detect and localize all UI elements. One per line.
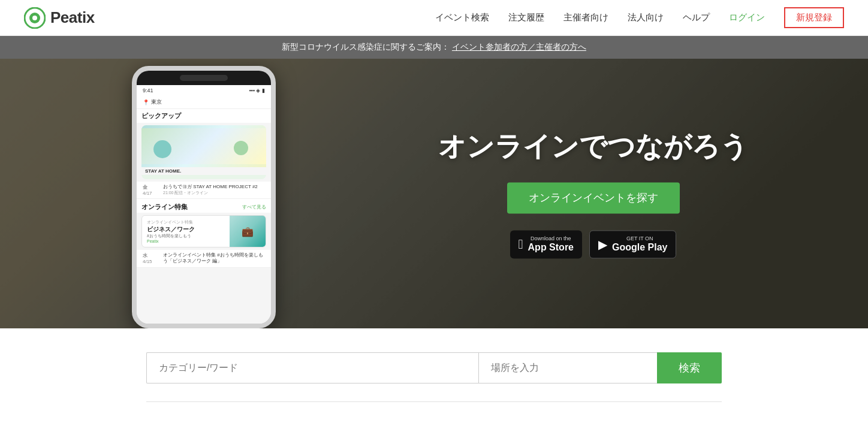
app-store-main-label: App Store bbox=[528, 241, 574, 253]
phone-online-label: オンライン特集 bbox=[141, 203, 188, 212]
search-category-input[interactable] bbox=[146, 352, 478, 383]
google-play-icon: ▶ bbox=[598, 237, 607, 252]
hero-section: 9:41 ▪▪▪ ◈ ▮ 📍 東京 ピックアップ bbox=[0, 59, 868, 328]
search-location-input[interactable] bbox=[478, 352, 657, 383]
apple-icon:  bbox=[519, 238, 523, 251]
hero-title: オンラインでつながろう bbox=[438, 128, 748, 165]
header: Peatix イベント検索 注文履歴 主催者向け 法人向け ヘルプ ログイン 新… bbox=[0, 0, 868, 36]
announcement-bar: 新型コロナウイルス感染症に関するご案内： イベント参加者の方／主催者の方へ bbox=[0, 36, 868, 59]
search-divider bbox=[146, 401, 722, 402]
app-store-button[interactable]:  Download on the App Store bbox=[510, 230, 583, 258]
hero-text-content: オンラインでつながろう オンラインイベントを探す  Download on t… bbox=[438, 128, 748, 258]
phone-online-brand: Peatix bbox=[147, 239, 225, 243]
phone-online-card-image: 💼 bbox=[230, 216, 266, 247]
phone-card-image bbox=[141, 125, 266, 167]
phone-location-text: 東京 bbox=[151, 98, 162, 106]
search-button[interactable]: 検索 bbox=[657, 352, 722, 383]
nav-event-search[interactable]: イベント検索 bbox=[435, 12, 489, 23]
search-bar: 検索 bbox=[146, 352, 722, 383]
phone-all-see: すべて見る bbox=[242, 204, 266, 210]
phone-time: 9:41 bbox=[143, 87, 153, 93]
google-play-top-label: GET IT ON bbox=[612, 235, 667, 241]
work-icon: 💼 bbox=[242, 226, 254, 237]
phone-status-bar: 9:41 ▪▪▪ ◈ ▮ bbox=[137, 85, 271, 96]
phone-event-2-title: オンラインイベント特集 #おうち時間を楽しもう「ビジネス／ワーク 編」 bbox=[163, 252, 265, 265]
phone-event-2-date: 水 4/15 bbox=[143, 252, 159, 264]
phone-online-card-title: ビジネス／ワーク bbox=[147, 225, 225, 233]
phone-event-1-time: 21:00 配信・オンライン bbox=[163, 190, 258, 195]
google-play-button[interactable]: ▶ GET IT ON Google Play bbox=[589, 230, 676, 258]
phone-online-card-content: オンラインイベント特集 ビジネス／ワーク #おうち時間を楽しもう Peatix bbox=[142, 216, 230, 247]
app-store-top-label: Download on the bbox=[528, 235, 574, 241]
peatix-logo-icon bbox=[24, 7, 46, 29]
google-play-main-label: Google Play bbox=[612, 241, 667, 253]
nav-login[interactable]: ログイン bbox=[729, 12, 765, 23]
phone-notch-camera bbox=[180, 75, 228, 81]
phone-online-card-label: オンラインイベント特集 bbox=[147, 219, 225, 225]
nav-help[interactable]: ヘルプ bbox=[683, 12, 710, 23]
phone-online-card: オンラインイベント特集 ビジネス／ワーク #おうち時間を楽しもう Peatix … bbox=[141, 215, 266, 247]
nav-register-button[interactable]: 新規登録 bbox=[784, 7, 844, 28]
svg-point-2 bbox=[32, 16, 37, 20]
announcement-text: 新型コロナウイルス感染症に関するご案内： bbox=[282, 42, 450, 52]
phone-event-1-title: おうちでヨガ STAY AT HOME PROJECT #2 21:00 配信・… bbox=[163, 184, 258, 195]
nav-for-business[interactable]: 法人向け bbox=[628, 12, 664, 23]
phone-event-1-date: 金 4/17 bbox=[143, 184, 159, 196]
main-nav: イベント検索 注文履歴 主催者向け 法人向け ヘルプ ログイン 新規登録 bbox=[435, 7, 844, 28]
nav-order-history[interactable]: 注文履歴 bbox=[508, 12, 544, 23]
phone-mockup: 9:41 ▪▪▪ ◈ ▮ 📍 東京 ピックアップ bbox=[132, 66, 276, 328]
app-store-text: Download on the App Store bbox=[528, 235, 574, 253]
phone-online-card-tag: #おうち時間を楽しもう bbox=[147, 233, 225, 239]
phone-screen: 📍 東京 ピックアップ STAY AT HOME. bbox=[137, 96, 271, 324]
phone-card-stay: STAY AT HOME. bbox=[141, 125, 266, 179]
hero-cta-button[interactable]: オンラインイベントを探す bbox=[507, 182, 680, 213]
phone-event-row-2: 水 4/15 オンラインイベント特集 #おうち時間を楽しもう「ビジネス／ワーク … bbox=[137, 250, 271, 268]
phone-location: 📍 東京 bbox=[137, 96, 271, 109]
announcement-link[interactable]: イベント参加者の方／主催者の方へ bbox=[452, 42, 586, 52]
phone-notch bbox=[137, 71, 271, 85]
search-section: 検索 bbox=[0, 328, 868, 426]
nav-for-organizers[interactable]: 主催者向け bbox=[563, 12, 608, 23]
logo[interactable]: Peatix bbox=[24, 7, 95, 29]
phone-pickup-label: ピックアップ bbox=[141, 111, 181, 120]
store-buttons:  Download on the App Store ▶ GET IT ON … bbox=[438, 230, 748, 258]
phone-event-row-1: 金 4/17 おうちでヨガ STAY AT HOME PROJECT #2 21… bbox=[137, 182, 271, 199]
phone-signal: ▪▪▪ ◈ ▮ bbox=[249, 87, 265, 93]
phone-stay-at-home: STAY AT HOME. bbox=[141, 167, 266, 175]
logo-text: Peatix bbox=[50, 8, 95, 27]
google-play-text: GET IT ON Google Play bbox=[612, 235, 667, 253]
